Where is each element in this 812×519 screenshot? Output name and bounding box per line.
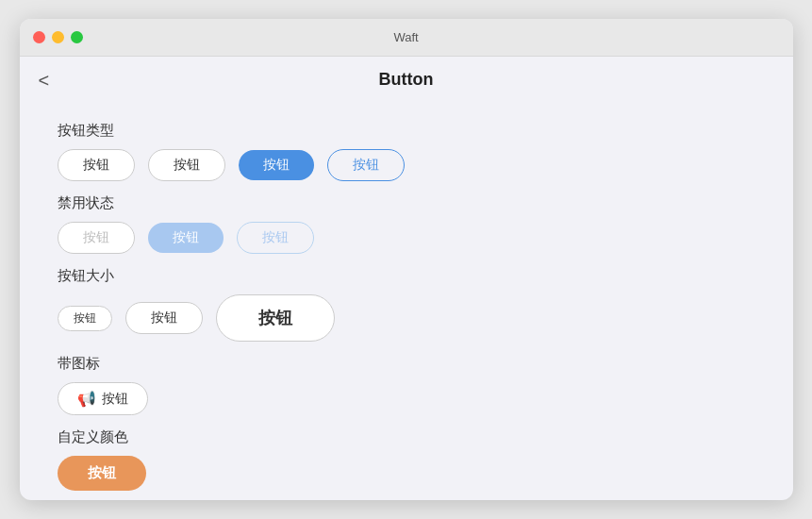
btn-custom-color[interactable]: 按钮 xyxy=(58,456,146,491)
section-label-button-types: 按钮类型 xyxy=(58,122,755,140)
section-label-custom: 自定义颜色 xyxy=(58,428,755,446)
page-title: Button xyxy=(39,70,774,90)
btn-default-2[interactable]: 按钮 xyxy=(148,149,225,181)
titlebar: Waft xyxy=(20,19,793,57)
button-row-sizes: 按钮 按钮 按钮 xyxy=(58,294,755,342)
btn-medium[interactable]: 按钮 xyxy=(125,302,203,334)
minimize-button[interactable] xyxy=(52,31,64,43)
btn-default-1[interactable]: 按钮 xyxy=(58,149,135,181)
close-button[interactable] xyxy=(33,31,45,43)
titlebar-title: Waft xyxy=(393,30,418,44)
button-row-types: 按钮 按钮 按钮 按钮 xyxy=(58,149,755,181)
button-row-icon: 📢 按钮 xyxy=(58,382,755,415)
maximize-button[interactable] xyxy=(71,31,83,43)
section-label-icon: 带图标 xyxy=(58,355,755,373)
btn-icon-label: 按钮 xyxy=(102,391,128,408)
megaphone-icon: 📢 xyxy=(77,390,96,408)
main-content: 按钮类型 按钮 按钮 按钮 按钮 禁用状态 按钮 按钮 按钮 按钮大小 按钮 按… xyxy=(20,99,793,500)
btn-disabled-default[interactable]: 按钮 xyxy=(58,222,135,254)
btn-with-icon[interactable]: 📢 按钮 xyxy=(58,382,148,415)
section-label-disabled: 禁用状态 xyxy=(58,194,755,212)
page-header: < Button xyxy=(20,57,793,99)
button-row-disabled: 按钮 按钮 按钮 xyxy=(58,222,755,254)
btn-disabled-primary[interactable]: 按钮 xyxy=(148,223,224,253)
btn-small[interactable]: 按钮 xyxy=(58,306,112,331)
section-label-sizes: 按钮大小 xyxy=(58,267,755,285)
traffic-lights xyxy=(33,31,83,43)
app-window: Waft < Button 按钮类型 按钮 按钮 按钮 按钮 禁用状态 按钮 按… xyxy=(20,19,793,500)
back-button[interactable]: < xyxy=(39,71,50,90)
btn-outline[interactable]: 按钮 xyxy=(327,149,405,181)
btn-primary[interactable]: 按钮 xyxy=(239,150,314,180)
btn-disabled-outline[interactable]: 按钮 xyxy=(237,222,314,254)
content-area: < Button 按钮类型 按钮 按钮 按钮 按钮 禁用状态 按钮 按钮 按钮 … xyxy=(20,57,793,500)
button-row-custom: 按钮 xyxy=(58,456,755,491)
btn-large[interactable]: 按钮 xyxy=(216,294,335,342)
